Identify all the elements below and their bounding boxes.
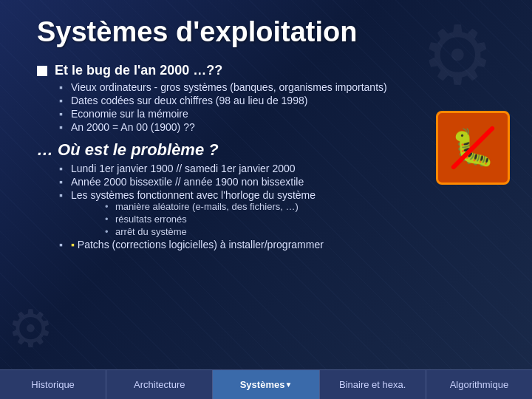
list-item: Dates codées sur deux chiffres (98 au li…	[59, 95, 495, 106]
nav-item-architecture[interactable]: Architecture	[106, 370, 213, 399]
slide: ⚙ ⚙ Systèmes d'exploitation 🐛 Et le bug …	[0, 0, 532, 399]
list-item: Economie sur la mémoire	[59, 108, 495, 120]
list-item: Les systèmes fonctionnent avec l'horloge…	[59, 189, 495, 237]
bullet-square-icon	[37, 66, 47, 76]
list-item: Année 2000 bissextile // année 1900 non …	[59, 176, 495, 188]
section1-list: Vieux ordinateurs - gros systèmes (banqu…	[59, 81, 495, 133]
nav-bar: Historique Architecture Systèmes Binaire…	[0, 369, 532, 399]
section2-title: … Où est le problème ?	[37, 140, 495, 160]
section2-list: Lundi 1er janvier 1900 // samedi 1er jan…	[59, 163, 495, 250]
list-item: Vieux ordinateurs - gros systèmes (banqu…	[59, 81, 495, 93]
list-item: ▪ Patchs (corrections logicielles) à ins…	[59, 239, 495, 250]
list-item: résultats erronés	[105, 214, 495, 225]
nav-item-historique[interactable]: Historique	[0, 370, 106, 399]
sub-sub-list: manière aléatoire (e-mails, des fichiers…	[105, 201, 495, 237]
list-item: manière aléatoire (e-mails, des fichiers…	[105, 201, 495, 212]
nav-item-systemes[interactable]: Systèmes	[213, 370, 319, 399]
nav-item-binaire[interactable]: Binaire et hexa.	[320, 370, 426, 399]
watermark-gear2-icon: ⚙	[7, 303, 66, 362]
list-item: Lundi 1er janvier 1900 // samedi 1er jan…	[59, 163, 495, 174]
nav-item-algorithmique[interactable]: Algorithmique	[426, 370, 532, 399]
list-item: An 2000 = An 00 (1900) ??	[59, 121, 495, 133]
list-item: arrêt du système	[105, 226, 495, 237]
